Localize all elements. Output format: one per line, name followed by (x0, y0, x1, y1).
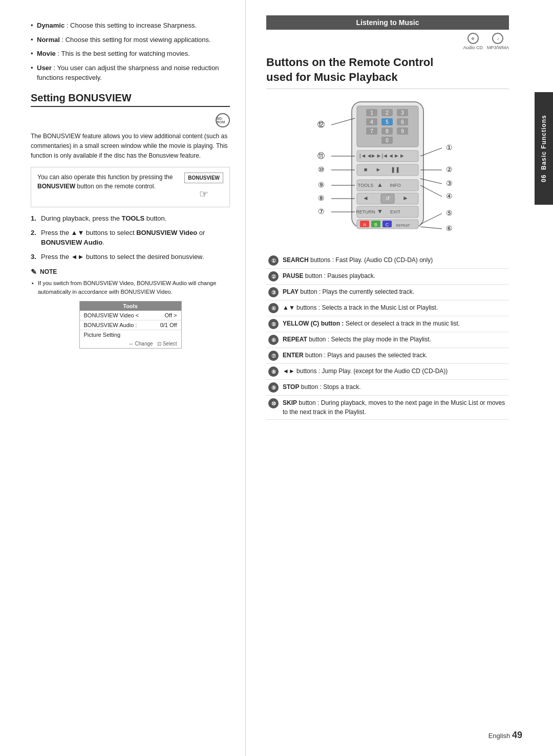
page-footer: English 49 (488, 730, 522, 741)
svg-text:⑫: ⑫ (317, 120, 325, 128)
steps-list: 1. During playback, press the TOOLS butt… (31, 213, 230, 262)
svg-text:RETURN: RETURN (356, 209, 375, 214)
popup-row2-value: 0/1 Off (160, 322, 177, 328)
svg-text:⑨: ⑨ (318, 181, 325, 189)
table-row: ⑦ ENTER button : Plays and pauses the se… (266, 348, 509, 364)
section-header-bar: Listening to Music (266, 15, 509, 30)
list-item: Dynamic : Choose this setting to increas… (31, 20, 230, 31)
svg-text:1: 1 (370, 110, 373, 116)
svg-text:3: 3 (401, 110, 404, 116)
popup-row3-label: Picture Setting (84, 332, 121, 338)
bullet-label-normal: Normal (37, 36, 60, 44)
svg-text:⑩: ⑩ (318, 165, 325, 174)
svg-text:■: ■ (364, 166, 368, 172)
table-row: ⑧ ◄► buttons : Jump Play. (except for th… (266, 364, 509, 380)
note-title: ✎ NOTE (31, 268, 230, 276)
svg-text:6: 6 (401, 119, 404, 125)
svg-text:7: 7 (370, 128, 373, 134)
tools-popup-header: Tools (80, 301, 181, 311)
svg-text:❚❚: ❚❚ (391, 166, 400, 173)
desc-text-8: ◄► buttons : Jump Play. (except for the … (281, 364, 509, 380)
table-row: ⑥ REPEAT button : Selects the play mode … (266, 332, 509, 348)
note-content: If you switch from BONUSVIEW Video, BONU… (31, 279, 230, 296)
svg-text:⑦: ⑦ (318, 207, 325, 215)
side-tab-number: 06 (540, 174, 547, 182)
desc-num-5: ⑤ (268, 319, 279, 329)
desc-num-8: ⑧ (268, 366, 279, 377)
bullet-label-movie: Movie (37, 50, 56, 57)
bullet-text-normal: : Choose this setting for most viewing a… (61, 36, 210, 44)
remote-diagram: 1 2 3 4 5 6 7 8 9 0 (266, 97, 509, 245)
svg-text:►►: ►► (394, 153, 405, 159)
page-container: 06 Basic Functions Dynamic : Choose this… (0, 0, 553, 756)
note-label: NOTE (40, 268, 57, 275)
bonusview-description: The BONUSVIEW feature allows you to view… (31, 132, 230, 161)
tools-popup-row-1: BONUSVIEW Video < Off > (80, 311, 181, 320)
desc-text-10: SKIP button : During playback, moves to … (281, 396, 509, 420)
descriptions-table: ① SEARCH buttons : Fast Play. (Audio CD … (266, 253, 509, 420)
svg-text:0: 0 (386, 138, 389, 143)
bd-rom-badge: BD-ROM (31, 113, 230, 127)
svg-text:C: C (386, 222, 389, 227)
popup-row1-value: Off > (165, 312, 177, 318)
footer-language: English (488, 732, 511, 740)
bullet-list: Dynamic : Choose this setting to increas… (31, 20, 230, 83)
mp3-wma-label: MP3/WMA (487, 45, 509, 50)
desc-text-1: SEARCH buttons : Fast Play. (Audio CD (C… (281, 253, 509, 269)
bonusview-bold: BONUSVIEW (37, 183, 75, 190)
bullet-label-user: User (37, 64, 52, 72)
svg-text:►: ► (402, 195, 409, 202)
audio-cd-symbol: ⊕ (467, 33, 479, 44)
tools-popup-row-2: BONUSVIEW Audio : 0/1 Off (80, 320, 181, 330)
desc-num-6: ⑥ (268, 335, 279, 345)
table-row: ⑩ SKIP button : During playback, moves t… (266, 396, 509, 420)
tools-popup-row-3: Picture Setting (80, 330, 181, 339)
step-2: 2. Press the ▲▼ buttons to select BONUSV… (31, 228, 230, 248)
bonusview-button-area: BONUSVIEW ☞ (184, 172, 223, 202)
popup-row2-label: BONUSVIEW Audio : (84, 322, 137, 328)
desc-text-3: PLAY button : Plays the currently select… (281, 285, 509, 300)
footer-page: 49 (512, 730, 522, 740)
audio-cd-label: Audio CD (463, 45, 483, 50)
bonusview-text-before: You can also operate this function by pr… (37, 174, 173, 181)
svg-text:|◄◄: |◄◄ (359, 153, 372, 159)
table-row: ③ PLAY button : Plays the currently sele… (266, 285, 509, 300)
tools-popup-footer: ↔ Change ⊡ Select (80, 339, 181, 348)
svg-text:◄: ◄ (363, 195, 369, 202)
svg-text:TOOLS: TOOLS (358, 183, 373, 188)
desc-num-7: ⑦ (268, 351, 279, 361)
svg-text:①: ① (446, 143, 453, 152)
svg-text:4: 4 (370, 119, 373, 125)
right-column: Listening to Music ⊕ Audio CD ♪ MP3/WMA … (246, 0, 535, 756)
desc-text-2: PAUSE button : Pauses playback. (281, 269, 509, 285)
popup-row1-label: BONUSVIEW Video < (84, 312, 139, 318)
bullet-text-dynamic: : Choose this setting to increase Sharpn… (67, 21, 197, 29)
remote-svg: 1 2 3 4 5 6 7 8 9 0 (290, 97, 485, 245)
table-row: ② PAUSE button : Pauses playback. (266, 269, 509, 285)
desc-num-1: ① (268, 255, 279, 266)
desc-text-9: STOP button : Stops a track. (281, 380, 509, 396)
music-title-line1: Buttons on the Remote Control (266, 56, 433, 69)
step-1: 1. During playback, press the TOOLS butt… (31, 213, 230, 224)
svg-text:⑪: ⑪ (317, 152, 325, 160)
svg-text:B: B (374, 222, 377, 227)
svg-text:►►|: ►►| (371, 153, 384, 159)
desc-num-9: ⑨ (268, 382, 279, 393)
note-section: ✎ NOTE If you switch from BONUSVIEW Vide… (31, 268, 230, 296)
svg-text:⑥: ⑥ (446, 224, 453, 232)
music-playback-title: Buttons on the Remote Control used for M… (266, 55, 509, 89)
svg-text:③: ③ (446, 179, 453, 187)
tools-popup: Tools BONUSVIEW Video < Off > BONUSVIEW … (79, 301, 182, 349)
svg-text:↺: ↺ (386, 196, 390, 201)
svg-line-74 (420, 227, 442, 229)
bonusview-button-label: BONUSVIEW (184, 172, 223, 183)
list-item: User : You user can adjust the sharpness… (31, 63, 230, 83)
svg-text:▼: ▼ (377, 208, 383, 215)
music-title-line2: used for Music Playback (266, 71, 398, 83)
svg-text:5: 5 (386, 119, 389, 125)
disc-icons: ⊕ Audio CD ♪ MP3/WMA (266, 33, 509, 50)
section-title-bonusview: Setting BONUSVIEW (31, 92, 230, 107)
svg-text:8: 8 (386, 128, 389, 134)
bonusview-box: You can also operate this function by pr… (31, 167, 230, 207)
svg-text:REPEAT: REPEAT (396, 224, 410, 227)
